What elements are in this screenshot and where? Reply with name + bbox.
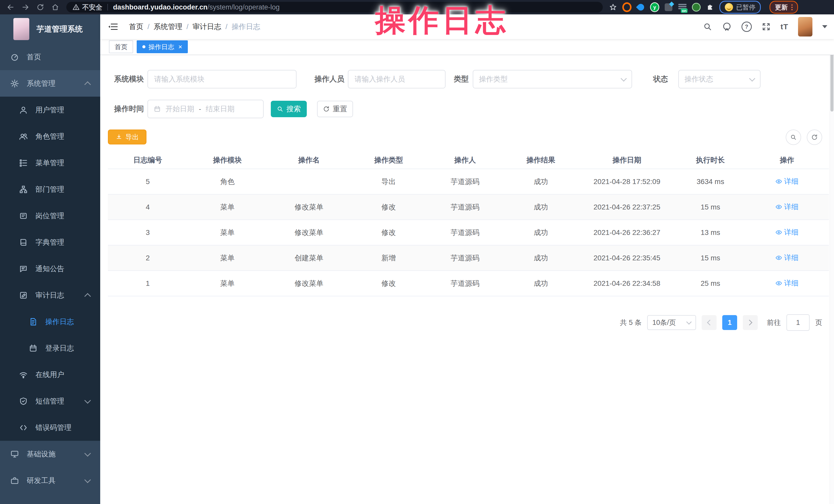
- sidebar-item-notice[interactable]: 通知公告: [0, 256, 100, 282]
- prev-page-button[interactable]: [702, 315, 717, 330]
- breadcrumb-system[interactable]: 系统管理: [154, 22, 182, 31]
- monitor-icon: [10, 450, 19, 459]
- page-number-1[interactable]: 1: [722, 315, 737, 330]
- help-icon[interactable]: ?: [742, 22, 752, 32]
- export-button[interactable]: 导出: [108, 130, 147, 145]
- browser-forward-icon[interactable]: [21, 3, 30, 12]
- date-end[interactable]: 结束日期: [206, 104, 235, 114]
- sidebar-item-home[interactable]: 首页: [0, 44, 100, 70]
- user-avatar[interactable]: [798, 17, 812, 37]
- app-logo[interactable]: 芋道管理系统: [0, 15, 100, 44]
- table-row: 3 菜单 修改菜单 修改 芋道源码 成功 2021-04-26 22:36:27…: [108, 220, 829, 245]
- tag-home[interactable]: 首页: [109, 40, 133, 53]
- sidebar-item-menu-management[interactable]: 菜单管理: [0, 150, 100, 176]
- sidebar-item-sms-management[interactable]: 短信管理: [0, 388, 100, 414]
- browser-menu-icon[interactable]: [791, 4, 793, 10]
- profile-paused-badge[interactable]: 已暂停: [719, 1, 761, 14]
- address-bar[interactable]: 不安全 dashboard.yudao.iocoder.cn/system/lo…: [66, 2, 603, 13]
- tag-operate-log[interactable]: 操作日志 ×: [137, 40, 188, 53]
- update-label: 更新: [775, 3, 788, 12]
- font-size-icon[interactable]: tT: [781, 22, 788, 31]
- vertical-scrollbar[interactable]: [830, 15, 834, 504]
- extension-green-y-icon[interactable]: y: [650, 3, 659, 12]
- table-row: 5 角色 导出 芋道源码 成功 2021-04-28 17:52:09 3634…: [108, 169, 829, 195]
- chevron-down-icon: [84, 477, 91, 483]
- status-select[interactable]: 操作状态: [678, 70, 761, 88]
- operator-input-field[interactable]: [354, 75, 439, 84]
- chevron-down-icon: [84, 397, 91, 403]
- next-page-button[interactable]: [743, 315, 758, 330]
- date-start[interactable]: 开始日期: [166, 104, 194, 114]
- detail-link[interactable]: 详细: [775, 278, 798, 288]
- page-size-select[interactable]: 10条/页: [647, 315, 696, 330]
- browser-reload-icon[interactable]: [36, 3, 45, 12]
- search-icon[interactable]: [703, 22, 712, 31]
- detail-link[interactable]: 详细: [775, 253, 798, 263]
- url-divider: [107, 4, 108, 10]
- detail-link[interactable]: 详细: [775, 202, 798, 212]
- browser-back-icon[interactable]: [6, 3, 15, 12]
- github-icon[interactable]: [722, 22, 732, 31]
- security-status[interactable]: 不安全: [72, 3, 102, 12]
- fullscreen-icon[interactable]: [762, 22, 771, 31]
- audit-log-icon: [19, 291, 28, 300]
- refresh-icon: [323, 106, 330, 112]
- reset-button[interactable]: 重置: [317, 101, 353, 117]
- extension-gem-icon[interactable]: [664, 3, 673, 12]
- extension-sprout-icon[interactable]: [692, 3, 701, 12]
- extension-blue-drop-icon[interactable]: [636, 3, 645, 12]
- refresh-table-button[interactable]: [807, 130, 822, 145]
- extension-orange-ring-icon[interactable]: [622, 3, 632, 12]
- detail-link[interactable]: 详细: [775, 227, 798, 237]
- code-icon: [19, 423, 28, 432]
- breadcrumb-current: 操作日志: [232, 22, 260, 31]
- browser-update-button[interactable]: 更新: [769, 1, 798, 14]
- module-input[interactable]: [148, 70, 297, 88]
- shield-icon: [19, 397, 28, 406]
- date-range-picker[interactable]: 开始日期 - 结束日期: [148, 100, 264, 118]
- sidebar-item-dev-tools[interactable]: 研发工具: [0, 467, 100, 494]
- filter-row-1: 系统模块 操作人员 类型 操作类型 状态 操作状态: [108, 70, 829, 88]
- app-header: 首页 / 系统管理 / 审计日志 / 操作日志 ? tT: [100, 15, 834, 39]
- eye-icon: [775, 178, 782, 185]
- bookmark-star-icon[interactable]: [609, 3, 618, 12]
- browser-chrome: 不安全 dashboard.yudao.iocoder.cn/system/lo…: [0, 0, 834, 15]
- breadcrumb-audit-log[interactable]: 审计日志: [193, 22, 221, 31]
- table-toolbar: 导出: [108, 130, 829, 145]
- browser-home-icon[interactable]: [51, 3, 60, 12]
- sidebar-item-error-code[interactable]: 错误码管理: [0, 414, 100, 441]
- operator-input[interactable]: [348, 70, 445, 88]
- detail-link[interactable]: 详细: [775, 177, 798, 186]
- sidebar-item-dict-management[interactable]: 字典管理: [0, 229, 100, 256]
- chevron-down-icon: [686, 319, 692, 324]
- extensions-puzzle-icon[interactable]: [705, 3, 715, 12]
- goto-page-input[interactable]: [787, 314, 810, 331]
- type-select[interactable]: 操作类型: [473, 70, 632, 88]
- toggle-search-button[interactable]: [786, 130, 801, 145]
- sidebar-item-operate-log[interactable]: 操作日志: [0, 308, 100, 335]
- active-tag-dot: [142, 45, 146, 48]
- menu-list-icon: [19, 158, 28, 167]
- eye-icon: [775, 229, 782, 236]
- dictionary-icon: [19, 238, 28, 247]
- sidebar-item-system-management[interactable]: 系统管理: [0, 70, 100, 96]
- sidebar-item-dept-management[interactable]: 部门管理: [0, 176, 100, 202]
- sidebar-item-login-log[interactable]: 登录日志: [0, 335, 100, 361]
- warning-icon: [72, 4, 80, 11]
- sidebar-item-audit-log[interactable]: 审计日志: [0, 282, 100, 308]
- collapse-sidebar-icon[interactable]: [107, 22, 119, 31]
- extension-tabs-on-icon[interactable]: on: [678, 3, 687, 12]
- avatar-caret-down-icon[interactable]: [822, 25, 827, 28]
- dashboard-icon: [10, 53, 19, 61]
- module-input-field[interactable]: [154, 75, 290, 84]
- users-icon: [19, 132, 28, 141]
- url-path: /system/log/operate-log: [207, 3, 280, 11]
- sidebar-item-user-management[interactable]: 用户管理: [0, 96, 100, 123]
- sidebar-item-infrastructure[interactable]: 基础设施: [0, 441, 100, 467]
- breadcrumb-home[interactable]: 首页: [129, 22, 144, 31]
- sidebar-item-online-users[interactable]: 在线用户: [0, 361, 100, 388]
- tag-close-icon[interactable]: ×: [178, 43, 182, 51]
- search-button[interactable]: 搜索: [271, 101, 307, 117]
- sidebar-item-role-management[interactable]: 角色管理: [0, 123, 100, 150]
- sidebar-item-post-management[interactable]: 岗位管理: [0, 202, 100, 229]
